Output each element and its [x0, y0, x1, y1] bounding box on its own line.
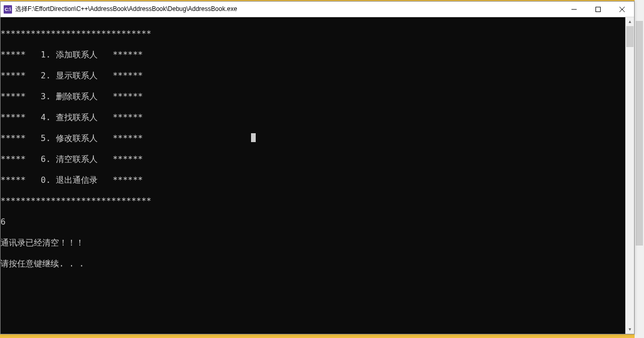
console-window: C:\ 选择F:\EffortDirection\C++\AddressBook…	[0, 1, 635, 334]
maximize-icon	[595, 7, 601, 12]
scrollbar-thumb[interactable]	[626, 26, 634, 47]
console-output[interactable]: ****************************** ***** 1. …	[1, 17, 625, 334]
menu-item-6: ***** 6. 清空联系人 ******	[1, 154, 625, 165]
background-scrollbar	[635, 0, 644, 338]
menu-item-2: ***** 2. 显示联系人 ******	[1, 71, 625, 81]
menu-border-bottom: ******************************	[1, 196, 625, 206]
close-button[interactable]	[610, 2, 634, 17]
close-icon	[619, 7, 625, 12]
menu-item-5: ***** 5. 修改联系人 ******	[1, 133, 625, 144]
maximize-button[interactable]	[586, 2, 610, 17]
menu-item-1: ***** 1. 添加联系人 ******	[1, 50, 625, 60]
menu-item-0: ***** 0. 退出通信录 ******	[1, 175, 625, 185]
window-title: 选择F:\EffortDirection\C++\AddressBook\Add…	[15, 5, 562, 14]
clear-message: 通讯录已经清空！！！	[1, 238, 625, 248]
menu-item-4: ***** 4. 查找联系人 ******	[1, 112, 625, 123]
menu-border-top: ******************************	[1, 29, 625, 39]
scroll-up-arrow[interactable]: ▲	[626, 17, 634, 26]
vertical-scrollbar[interactable]: ▲ ▼	[625, 17, 634, 334]
titlebar[interactable]: C:\ 选择F:\EffortDirection\C++\AddressBook…	[1, 2, 634, 17]
svg-rect-1	[596, 7, 601, 11]
minimize-icon	[571, 7, 577, 12]
continue-prompt: 请按任意键继续. . .	[1, 259, 625, 269]
console-area: ****************************** ***** 1. …	[1, 17, 634, 334]
text-cursor	[251, 133, 256, 142]
window-controls	[562, 2, 634, 17]
background-scrollbar-thumb	[636, 21, 643, 246]
menu-item-3: ***** 3. 删除联系人 ******	[1, 91, 625, 102]
user-input: 6	[1, 217, 625, 227]
scroll-down-arrow[interactable]: ▼	[626, 325, 634, 334]
minimize-button[interactable]	[562, 2, 586, 17]
app-icon: C:\	[4, 5, 12, 14]
